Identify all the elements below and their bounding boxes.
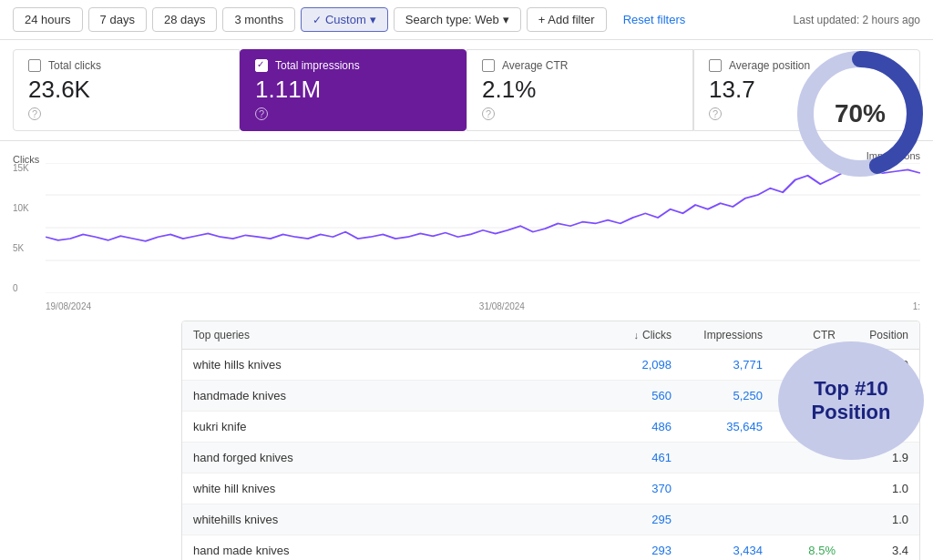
y-tick-10k: 10K (13, 203, 40, 213)
impressions-info-icon[interactable]: ? (255, 107, 268, 120)
query-text: kukri knife (193, 420, 590, 433)
table-header: Top queries ↓ Clicks Impressions CTR Pos… (182, 321, 919, 350)
ctr-info-icon[interactable]: ? (482, 107, 495, 120)
x-tick-2: 31/08/2024 (479, 301, 525, 311)
query-text: handmade knives (193, 389, 590, 402)
filter-24h[interactable]: 24 hours (13, 7, 83, 32)
header-impressions[interactable]: Impressions (672, 329, 763, 341)
position-info-icon[interactable]: ? (709, 107, 722, 120)
clicks-checkbox[interactable] (28, 59, 41, 72)
query-text: white hill knives (193, 482, 590, 495)
chart-y-axis: 15K 10K 5K 0 (13, 163, 40, 293)
metric-total-impressions[interactable]: Total impressions 1.11M ? (240, 49, 466, 131)
metric-average-ctr[interactable]: Average CTR 2.1% ? (466, 49, 693, 131)
position-value: 1.0 (836, 482, 908, 495)
filter-7d[interactable]: 7 days (88, 7, 147, 32)
clicks-value: 293 (590, 544, 672, 557)
donut-chart: 70% (792, 46, 928, 182)
header-ctr[interactable]: CTR (763, 329, 836, 341)
add-filter-button[interactable]: + Add filter (527, 7, 607, 32)
header-position[interactable]: Position (836, 329, 908, 341)
impressions-checkbox[interactable] (255, 59, 268, 72)
x-tick-1: 19/08/2024 (46, 301, 91, 311)
position-badge: Top #10 Position (778, 341, 924, 460)
sort-icon: ↓ (634, 330, 640, 341)
position-value: 3.4 (836, 544, 908, 557)
position-badge-text-line1: Top #10 (814, 377, 888, 401)
clicks-info-icon[interactable]: ? (28, 107, 41, 120)
filter-3m[interactable]: 3 months (222, 7, 294, 32)
last-updated-label: Last updated: 2 hours ago (794, 14, 920, 26)
impressions-value: 3,771 (672, 358, 763, 372)
ctr-value: 2.1% (482, 76, 678, 104)
clicks-value: 295 (590, 513, 672, 526)
impressions-value: 3,434 (672, 544, 763, 557)
clicks-value: 2,098 (590, 358, 672, 372)
clicks-value: 560 (590, 389, 672, 402)
donut-percent-label: 70% (835, 99, 886, 128)
filter-custom[interactable]: ✓ Custom ▾ (301, 7, 388, 32)
dropdown-arrow-icon: ▾ (370, 13, 376, 26)
position-value: 1.0 (836, 513, 908, 526)
ctr-value: 8.5% (763, 544, 836, 557)
clicks-value: 23.6K (28, 76, 224, 104)
clicks-value: 461 (590, 451, 672, 464)
impressions-value: 1.11M (255, 76, 451, 104)
x-tick-3: 1: (913, 301, 920, 311)
metric-total-clicks[interactable]: Total clicks 23.6K ? (13, 49, 240, 131)
table-container: Top queries ↓ Clicks Impressions CTR Pos… (0, 321, 933, 560)
search-type-dropdown[interactable]: Search type: Web ▾ (394, 7, 521, 32)
table-row: hand made knives 293 3,434 8.5% 3.4 (182, 535, 919, 560)
top-bar: 24 hours 7 days 28 days 3 months ✓ Custo… (0, 0, 933, 40)
chart-x-axis: 19/08/2024 31/08/2024 1: (46, 301, 920, 311)
y-tick-15k: 15K (13, 163, 40, 173)
table-row: whitehills knives 295 1.0 (182, 504, 919, 535)
dropdown-arrow-icon: ▾ (503, 13, 509, 26)
y-tick-5k: 5K (13, 243, 40, 253)
header-query: Top queries (193, 329, 590, 341)
impressions-value: 5,250 (672, 389, 763, 402)
ctr-checkbox[interactable] (482, 59, 495, 72)
impressions-value: 35,645 (672, 420, 763, 433)
clicks-value: 370 (590, 482, 672, 495)
check-icon: ✓ (313, 14, 322, 26)
y-tick-0: 0 (13, 283, 40, 293)
filter-28d[interactable]: 28 days (152, 7, 218, 32)
chart-svg-container (46, 163, 920, 293)
table-row: white hill knives 370 1.0 (182, 473, 919, 504)
position-badge-text-line2: Position (812, 401, 891, 424)
clicks-value: 486 (590, 420, 672, 433)
query-text: hand made knives (193, 544, 590, 557)
header-clicks[interactable]: ↓ Clicks (590, 329, 672, 341)
query-text: whitehills knives (193, 513, 590, 526)
query-text: white hills knives (193, 358, 590, 372)
position-checkbox[interactable] (709, 59, 722, 72)
reset-filters-button[interactable]: Reset filters (612, 8, 697, 31)
query-text: hand forged knives (193, 451, 590, 464)
